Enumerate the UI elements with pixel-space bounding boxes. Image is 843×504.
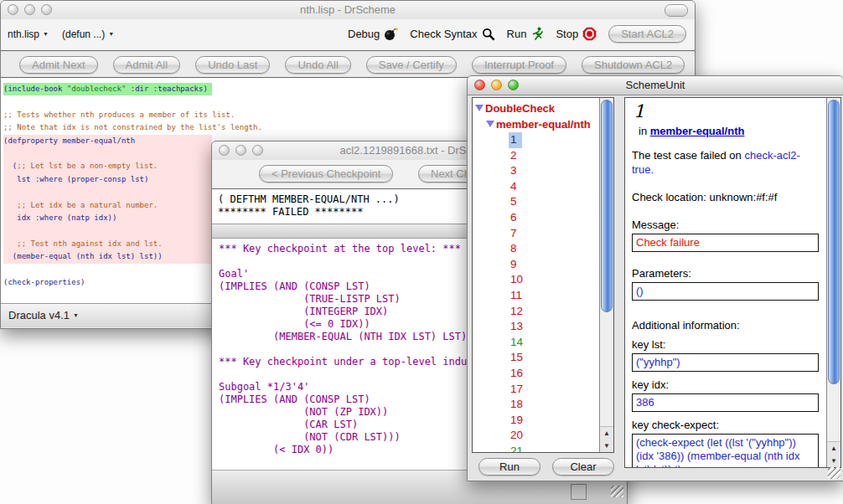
field-value-box[interactable]: (check-expect (let ((lst '("yyhhp")) (id… <box>632 434 819 467</box>
zoom-button[interactable] <box>41 4 52 15</box>
test-case-number[interactable]: 2 <box>509 148 522 164</box>
test-case-number[interactable]: 18 <box>509 397 525 413</box>
disclosure-triangle-icon[interactable] <box>486 121 494 127</box>
test-case-item[interactable]: 19 <box>473 413 599 429</box>
test-case-item[interactable]: 10 <box>473 272 599 288</box>
test-case-number[interactable]: 15 <box>509 350 525 366</box>
editor-line: lst :where (proper-consp lst) <box>3 173 212 186</box>
test-tree: DoubleCheck member-equal/nth 12345678910… <box>473 98 599 452</box>
test-case-item[interactable]: 8 <box>473 241 599 257</box>
detail-scrollbar[interactable]: ▲ ▼ <box>826 98 840 467</box>
test-case-item[interactable]: 2 <box>473 148 599 164</box>
test-case-number[interactable]: 7 <box>509 226 522 242</box>
test-case-number[interactable]: 12 <box>509 304 525 320</box>
scroll-up-icon[interactable]: ▲ <box>827 442 840 455</box>
defun-dropdown[interactable]: (defun ...)▼ <box>62 28 114 40</box>
test-case-item[interactable]: 21 <box>473 444 599 452</box>
dracula-version-dropdown[interactable]: Dracula v4.1▼ <box>8 309 79 321</box>
scrollbar-thumb[interactable] <box>828 100 840 384</box>
run-button[interactable]: Run <box>507 27 545 41</box>
scrollbar-thumb[interactable] <box>601 100 613 312</box>
test-case-item[interactable]: 15 <box>473 350 599 366</box>
test-case-number[interactable]: 10 <box>509 272 525 288</box>
test-case-item[interactable]: 9 <box>473 257 599 273</box>
close-button[interactable] <box>219 145 230 156</box>
test-case-number[interactable]: 9 <box>509 257 522 273</box>
tree-node-suite[interactable]: member-equal/nth <box>473 116 599 132</box>
test-case-item[interactable]: 7 <box>473 226 599 242</box>
window-controls <box>219 145 263 156</box>
debug-button[interactable]: Debug <box>348 27 398 41</box>
proof-button-admit-next[interactable]: Admit Next <box>19 56 98 74</box>
test-case-number[interactable]: 11 <box>509 288 524 304</box>
previous-checkpoint-button[interactable]: < Previous Checkpoint <box>259 165 393 183</box>
case-number-heading: 1 <box>634 101 825 121</box>
tree-node-doublecheck[interactable]: DoubleCheck <box>473 100 599 116</box>
stop-sign-icon <box>582 27 597 41</box>
run-tests-button[interactable]: Run <box>478 458 540 476</box>
test-case-number[interactable]: 1 <box>509 132 522 148</box>
test-case-number[interactable]: 4 <box>509 179 522 195</box>
test-case-item[interactable]: 1 <box>473 132 599 148</box>
resize-grip-icon[interactable] <box>611 486 623 497</box>
suite-link[interactable]: member-equal/nth <box>650 125 745 137</box>
minimize-button[interactable] <box>235 145 246 156</box>
test-case-item[interactable]: 17 <box>473 382 599 398</box>
test-case-number[interactable]: 16 <box>509 366 525 382</box>
proof-button-save-certify[interactable]: Save / Certify <box>366 56 457 74</box>
test-case-item[interactable]: 12 <box>473 304 599 320</box>
test-case-item[interactable]: 5 <box>473 194 599 210</box>
scroll-up-icon[interactable]: ▲ <box>600 427 613 440</box>
close-button[interactable] <box>474 80 485 90</box>
scroll-down-icon[interactable]: ▼ <box>600 440 613 452</box>
disclosure-triangle-icon[interactable] <box>475 105 484 111</box>
test-case-number[interactable]: 19 <box>509 413 525 429</box>
start-acl2-button[interactable]: Start ACL2 <box>608 25 686 43</box>
zoom-button[interactable] <box>508 80 519 90</box>
field-value-box[interactable]: ("yyhhp") <box>632 353 819 372</box>
parameters-value-box[interactable]: () <box>632 282 819 301</box>
test-case-item[interactable]: 11 <box>473 288 599 304</box>
scroll-down-icon[interactable]: ▼ <box>827 455 840 467</box>
editor-line: idx :where (natp idx)) <box>3 212 212 224</box>
test-case-number[interactable]: 6 <box>509 210 522 226</box>
editor-line <box>3 186 212 198</box>
test-case-number[interactable]: 5 <box>509 194 522 210</box>
test-case-item[interactable]: 6 <box>473 210 599 226</box>
test-case-item[interactable]: 18 <box>473 397 599 413</box>
minimize-button[interactable] <box>24 4 35 15</box>
zoom-button[interactable] <box>252 145 263 156</box>
toolbar-toggle-button[interactable] <box>665 4 688 17</box>
test-case-number[interactable]: 8 <box>509 241 522 257</box>
test-case-number[interactable]: 3 <box>509 163 522 179</box>
close-button[interactable] <box>8 4 18 15</box>
test-case-number[interactable]: 20 <box>509 428 525 444</box>
proof-button-shutdown-acl2[interactable]: Shutdown ACL2 <box>582 56 685 74</box>
proof-button-admit-all[interactable]: Admit All <box>113 56 181 74</box>
field-label: key idx: <box>632 378 825 391</box>
titlebar-schemeunit[interactable]: SchemeUnit <box>468 76 843 95</box>
test-case-item[interactable]: 13 <box>473 319 599 335</box>
test-case-item[interactable]: 4 <box>473 179 599 195</box>
test-case-number[interactable]: 14 <box>509 335 525 351</box>
test-case-item[interactable]: 20 <box>473 428 599 444</box>
message-value-box[interactable]: Check failure <box>632 234 819 252</box>
minimize-button[interactable] <box>491 80 502 90</box>
proof-button-undo-all[interactable]: Undo All <box>285 56 350 74</box>
proof-button-interrupt-proof[interactable]: Interrupt Proof <box>472 56 566 74</box>
clear-tests-button[interactable]: Clear <box>552 458 614 476</box>
test-case-number[interactable]: 17 <box>509 382 525 398</box>
field-value-box[interactable]: 386 <box>632 393 819 412</box>
check-syntax-button[interactable]: Check Syntax <box>410 28 494 41</box>
test-case-number[interactable]: 21 <box>509 444 525 452</box>
proof-button-undo-last[interactable]: Undo Last <box>195 56 270 74</box>
titlebar-main[interactable]: nth.lisp - DrScheme <box>1 1 695 20</box>
test-case-item[interactable]: 14 <box>473 335 599 351</box>
tree-scrollbar[interactable]: ▲ ▼ <box>599 98 613 452</box>
resize-grip-icon[interactable] <box>828 467 840 479</box>
test-case-item[interactable]: 16 <box>473 366 599 382</box>
test-case-item[interactable]: 3 <box>473 163 599 179</box>
stop-button[interactable]: Stop <box>556 27 597 41</box>
file-dropdown[interactable]: nth.lisp▼ <box>8 28 49 40</box>
test-case-number[interactable]: 13 <box>509 319 525 335</box>
